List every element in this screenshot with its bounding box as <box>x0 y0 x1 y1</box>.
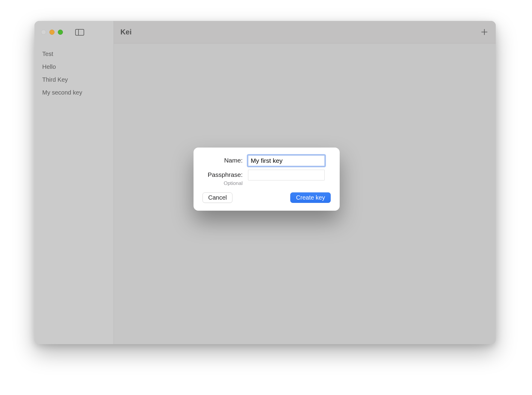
titlebar <box>34 21 114 43</box>
sidebar-item[interactable]: Test <box>40 48 111 60</box>
sidebar-item-label: My second key <box>42 89 82 96</box>
plus-icon <box>481 28 488 36</box>
passphrase-hint: Optional <box>202 180 243 186</box>
sidebar-list: Test Hello Third Key My second key <box>34 43 114 99</box>
name-input[interactable] <box>248 155 325 166</box>
window-minimize-button[interactable] <box>49 30 55 35</box>
window-title: Kei <box>120 28 132 36</box>
cancel-button[interactable]: Cancel <box>202 192 232 203</box>
create-key-dialog: Name: Passphrase: Optional Cancel Create… <box>194 148 340 211</box>
sidebar-item[interactable]: Hello <box>40 60 111 73</box>
passphrase-input[interactable] <box>248 170 325 180</box>
sidebar-item-label: Third Key <box>42 76 68 83</box>
sidebar-icon <box>75 29 84 36</box>
sidebar-toggle-button[interactable] <box>75 29 84 36</box>
toolbar: Kei <box>114 21 496 43</box>
sidebar-item-label: Test <box>42 51 53 57</box>
passphrase-label: Passphrase: <box>208 171 243 178</box>
name-label: Name: <box>224 157 243 164</box>
sidebar-item[interactable]: My second key <box>40 86 111 99</box>
sidebar: Test Hello Third Key My second key <box>34 21 114 344</box>
sidebar-item[interactable]: Third Key <box>40 73 111 86</box>
add-button[interactable] <box>481 28 488 36</box>
svg-rect-0 <box>75 29 84 35</box>
sidebar-item-label: Hello <box>42 63 56 70</box>
window-zoom-button[interactable] <box>58 30 63 35</box>
window-close-button[interactable] <box>41 30 46 35</box>
create-key-button[interactable]: Create key <box>290 192 331 203</box>
